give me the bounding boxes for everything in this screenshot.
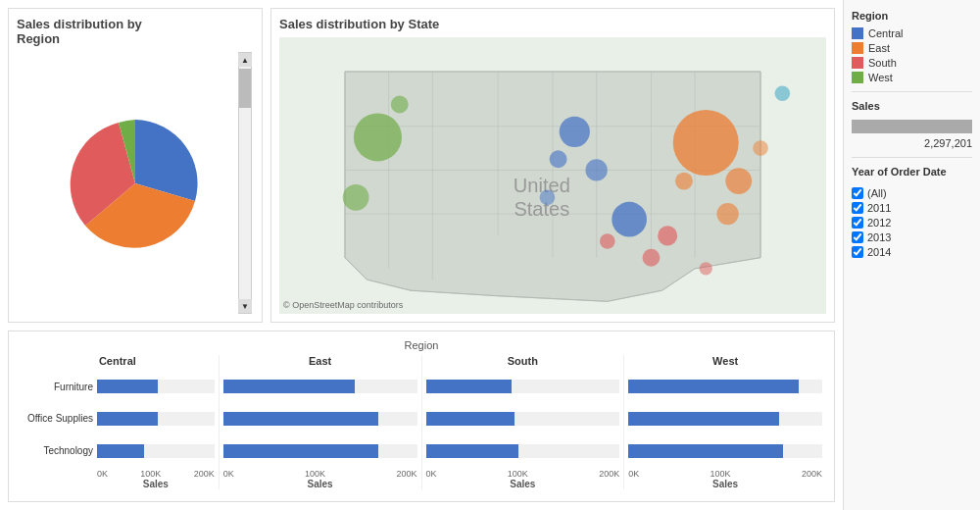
- bars-central: [97, 371, 215, 467]
- legend-color-central: [852, 27, 863, 39]
- scrollbar[interactable]: ▲ ▼: [238, 52, 252, 314]
- x-label-central: Sales: [21, 479, 215, 489]
- checkbox-2011-input[interactable]: [852, 202, 863, 214]
- year-filter-title: Year of Order Date: [852, 166, 972, 178]
- bar-south-tech: [426, 444, 519, 458]
- scrollbar-up-button[interactable]: ▲: [238, 53, 252, 67]
- checkbox-all[interactable]: (All): [852, 187, 972, 199]
- bar-west-tech: [628, 444, 783, 458]
- checkbox-2012-input[interactable]: [852, 217, 863, 229]
- state-bubble[interactable]: [612, 202, 647, 237]
- pie-chart-panel: Sales distribution byRegion ▲: [8, 8, 263, 323]
- sales-value: 2,297,201: [852, 137, 972, 149]
- state-bubble[interactable]: [716, 203, 738, 225]
- main-container: Sales distribution byRegion ▲: [0, 0, 980, 510]
- state-bubble[interactable]: [675, 173, 693, 190]
- state-bubble[interactable]: [775, 85, 791, 101]
- bar-bg: [97, 444, 215, 458]
- category-label-office: Office Supplies: [21, 413, 93, 424]
- bar-section-south: South 0K100K200K Sales: [422, 355, 625, 489]
- pie-scroll-area: ▲ ▼: [17, 52, 254, 314]
- category-label-furniture: Furniture: [21, 382, 93, 392]
- legend-item-central: Central: [852, 27, 972, 39]
- divider-2: [852, 157, 972, 158]
- legend-label-east: East: [868, 42, 890, 54]
- state-bubble[interactable]: [753, 140, 768, 156]
- bar-bg: [628, 444, 822, 458]
- bar-bg: [97, 380, 215, 393]
- legend-label-west: West: [868, 72, 893, 83]
- bar-bg: [426, 412, 620, 426]
- bar-bg: [426, 380, 620, 393]
- top-row: Sales distribution byRegion ▲: [8, 8, 835, 323]
- scrollbar-down-button[interactable]: ▼: [238, 299, 252, 313]
- checkbox-2012[interactable]: 2012: [852, 217, 972, 229]
- bar-central-office: [97, 412, 158, 426]
- x-ticks-central: 0K100K200K: [21, 469, 215, 479]
- bar-bg: [628, 380, 822, 393]
- sales-bar: [852, 120, 972, 133]
- state-bubble[interactable]: [700, 262, 712, 275]
- state-bubble[interactable]: [391, 96, 409, 114]
- state-bubble[interactable]: [658, 226, 677, 245]
- checkbox-2011-label: 2011: [867, 202, 891, 214]
- bar-bg: [628, 412, 822, 426]
- checkbox-2014[interactable]: 2014: [852, 246, 972, 258]
- legend-color-east: [852, 42, 863, 54]
- bar-section-east: East 0K100K200K Sales: [220, 355, 422, 489]
- x-ticks-south: 0K100K200K: [426, 469, 620, 479]
- bar-bg: [223, 444, 417, 458]
- bar-bg: [426, 444, 620, 458]
- checkbox-2012-label: 2012: [867, 217, 891, 229]
- bars-east: [223, 371, 417, 467]
- dashboard: Sales distribution byRegion ▲: [0, 0, 843, 510]
- legend-item-east: East: [852, 42, 972, 54]
- bar-section-central: Central Furniture Office Supplies Techno…: [17, 355, 220, 489]
- divider-1: [852, 91, 972, 92]
- checkbox-2014-label: 2014: [867, 246, 891, 258]
- state-bubble[interactable]: [560, 117, 590, 147]
- bar-east-furniture: [223, 380, 355, 393]
- bar-central-tech: [97, 444, 144, 458]
- legend-color-west: [852, 72, 863, 83]
- bar-bg: [223, 380, 417, 393]
- scrollbar-thumb[interactable]: [239, 69, 251, 108]
- region-axis-label: Region: [17, 339, 826, 351]
- checkbox-2014-input[interactable]: [852, 246, 863, 258]
- sales-bar-container: [852, 120, 972, 133]
- checkbox-all-label: (All): [867, 187, 887, 199]
- state-bubble[interactable]: [354, 113, 402, 161]
- map-chart-panel: Sales distribution by State: [270, 8, 835, 323]
- state-bubble[interactable]: [600, 233, 615, 249]
- state-bubble[interactable]: [673, 110, 739, 176]
- x-label-east: Sales: [223, 479, 417, 489]
- bar-section-west: West 0K100K200K Sales: [624, 355, 826, 489]
- x-label-south: Sales: [426, 479, 620, 489]
- legend-label-south: South: [868, 57, 897, 69]
- x-ticks-west: 0K100K200K: [628, 469, 822, 479]
- category-labels: Furniture Office Supplies Technology: [21, 371, 97, 467]
- sales-title: Sales: [852, 100, 972, 112]
- checkbox-2013[interactable]: 2013: [852, 231, 972, 243]
- bar-chart-panel: Region Central Furniture Office Supplies…: [8, 331, 835, 502]
- bar-south-furniture: [426, 380, 512, 393]
- state-bubble[interactable]: [540, 190, 556, 206]
- state-bubble[interactable]: [585, 159, 607, 180]
- state-bubble[interactable]: [550, 150, 567, 168]
- state-bubble[interactable]: [643, 249, 661, 267]
- bar-east-tech: [223, 444, 378, 458]
- bar-bg: [223, 412, 417, 426]
- checkbox-2011[interactable]: 2011: [852, 202, 972, 214]
- bar-section-west-header: West: [628, 355, 822, 367]
- pie-chart-title: Sales distribution byRegion: [17, 17, 254, 46]
- checkbox-2013-label: 2013: [867, 231, 891, 243]
- bars-south: [426, 371, 620, 467]
- bar-east-office: [223, 412, 378, 426]
- state-bubble[interactable]: [725, 168, 752, 194]
- checkbox-all-input[interactable]: [852, 187, 863, 199]
- checkbox-2013-input[interactable]: [852, 231, 863, 243]
- map-attribution: © OpenStreetMap contributors: [283, 300, 403, 310]
- bar-central-furniture: [97, 380, 158, 393]
- state-bubble[interactable]: [343, 184, 369, 211]
- legend-item-south: South: [852, 57, 972, 69]
